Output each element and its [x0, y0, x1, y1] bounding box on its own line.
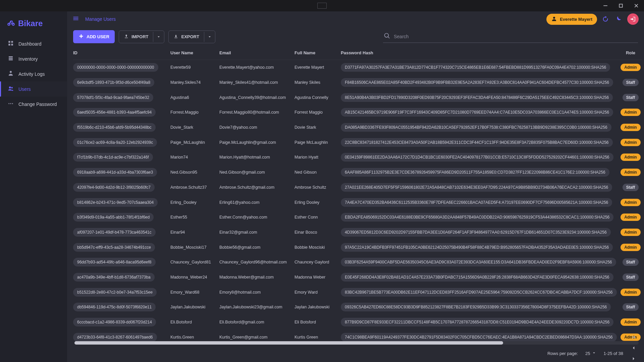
role-badge: Admin: [621, 124, 640, 131]
svg-rect-21: [79, 36, 83, 37]
role-badge: Admin: [621, 154, 640, 161]
table-row[interactable]: 42097fe4-9d00-4d2d-9b12-3f8025b60fc7Ambr…: [73, 180, 642, 195]
search-input[interactable]: [394, 34, 637, 39]
cell-id: 42097fe4-9d00-4d2d-9b12-3f8025b60fc7: [73, 183, 155, 192]
nav-icon: [8, 55, 14, 62]
table-row[interactable]: 6cccbacd-c1a2-4986-8339-dd067f20d214Eli.…: [73, 315, 642, 330]
sidebar-item-users[interactable]: Users: [0, 81, 67, 97]
first-page-button[interactable]: [631, 334, 637, 340]
cell-username: Everette59: [170, 65, 219, 70]
table-row[interactable]: af097207-1e01-49df-b478-773ca463541cEina…: [73, 225, 642, 240]
table-row[interactable]: f5519b6c-d210-45b6-afd9-5b95d44348bcDovi…: [73, 120, 642, 135]
chevron-down-icon: [592, 351, 596, 356]
col-id[interactable]: ID: [73, 50, 170, 55]
sidebar-item-dashboard[interactable]: Dashboard: [0, 36, 67, 51]
next-page-button[interactable]: [631, 356, 637, 362]
cell-id: b3f349d9-019a-4a55-abb1-78f14f1bf6ed: [73, 213, 154, 222]
table-row[interactable]: bb5d947c-eff9-43c5-aa28-34674b491cceBobb…: [73, 240, 642, 255]
sidebar-item-change-password[interactable]: Change Password: [0, 97, 67, 112]
svg-point-14: [10, 103, 11, 104]
cell-fullname: Erling Dooley: [294, 200, 341, 205]
sidebar: Bikare DashboardInventoryActivity LogsUs…: [0, 11, 67, 362]
table-row[interactable]: 00000000-0000-0000-0000-000000000000Ever…: [73, 60, 642, 75]
svg-rect-9: [11, 44, 13, 46]
window-maximize-button[interactable]: [613, 0, 629, 11]
col-role[interactable]: Role: [619, 50, 642, 55]
add-user-button[interactable]: ADD USER: [73, 30, 115, 43]
cell-hash: 4D39067ED5812D3C6ED9202D97155FBB7DA3EE1D…: [341, 228, 611, 237]
svg-rect-8: [8, 44, 10, 46]
window-close-button[interactable]: [629, 0, 644, 11]
refresh-button[interactable]: [602, 15, 610, 23]
window-minimize-button[interactable]: [598, 0, 613, 11]
sidebar-item-activity-logs[interactable]: Activity Logs: [0, 66, 67, 81]
table-row[interactable]: d4723b33-64f8-41c3-8267-6061497baed6Kurt…: [73, 329, 642, 341]
table-header: ID User Name Email Full Name Password Ha…: [73, 46, 642, 60]
role-badge: Admin: [621, 139, 640, 146]
cell-hash: 0E04159F89861EE2DA3AA6A172C7D1D4CB1BC1E6…: [341, 153, 613, 162]
cell-username: Forrest.Maggio: [170, 110, 219, 115]
scrollbar-thumb[interactable]: [74, 341, 503, 345]
brand[interactable]: Bikare: [0, 11, 67, 36]
col-fullname[interactable]: Full Name: [294, 50, 341, 55]
window-titlebar: [0, 0, 644, 11]
table-row[interactable]: b51522d8-2e80-47c2-b0e7-34a7f53c15eeEmor…: [73, 285, 642, 300]
cell-fullname: Chauncey Gaylord: [294, 260, 341, 264]
cell-fullname: Madonna Weber: [294, 275, 341, 280]
cell-id: 57078df1-5f3c-4fad-9cad-9faea745be32: [73, 93, 153, 102]
current-user-chip[interactable]: Everette Mayert: [546, 14, 597, 25]
import-dropdown[interactable]: [153, 32, 164, 42]
cell-fullname: Ned Gibson: [294, 170, 341, 175]
svg-point-13: [8, 103, 9, 104]
role-badge: Admin: [621, 318, 640, 326]
table-row[interactable]: db594846-119d-475c-8d0f-5073f6820e11Jayl…: [73, 300, 642, 315]
cell-email: Kurtis_Green@gmail.com: [219, 335, 294, 340]
cell-email: Jaylan.Jakubowski23@gmail.com: [219, 305, 294, 309]
cell-id: ac470a9b-349e-4bff-b1d8-6736af7373ba: [73, 273, 155, 282]
table-row[interactable]: b3f349d9-019a-4a55-abb1-78f14f1bf6edEsth…: [73, 210, 642, 225]
search-field[interactable]: [383, 31, 638, 43]
cell-fullname: Esther Conn: [294, 215, 341, 220]
table-row[interactable]: 6aed5035-456e-4881-b393-4aa4f5aefc94Forr…: [73, 105, 642, 120]
col-hash[interactable]: Password Hash: [341, 50, 619, 55]
col-email[interactable]: Email: [219, 50, 294, 55]
cell-hash: 8E51A90B4A3B03FBD2FD17890D3208F0ED93B75F…: [341, 93, 613, 102]
cell-hash: E0E45F268DD4A3E8F02BA81AD1C4A57E233A73B0…: [341, 273, 613, 282]
logout-button[interactable]: [627, 13, 639, 25]
table-row[interactable]: 57078df1-5f3c-4fad-9cad-9faea745be32Agus…: [73, 90, 642, 105]
table-row[interactable]: 6918aab9-a698-441d-a33d-4ba7303f6ae3Ned.…: [73, 165, 642, 180]
cell-id: b814862e-b243-471c-9ed5-707c5aaea304: [73, 198, 158, 207]
table-row[interactable]: 01c76ce2-ac69-4c8a-9a20-12eb2924939cPaig…: [73, 135, 642, 150]
nav-icon: [8, 101, 14, 108]
table-row[interactable]: b814862e-b243-471c-9ed5-707c5aaea304Erli…: [73, 195, 642, 210]
rows-per-page-value: 25: [585, 351, 590, 356]
export-button[interactable]: EXPORT: [168, 31, 215, 43]
table-row[interactable]: 6e9cbdf5-1893-471b-9f3d-d6ce504f49a8Manl…: [73, 75, 642, 90]
cell-fullname: Emory Ward: [294, 290, 341, 295]
cell-username: Chauncey_Gaylord81: [170, 260, 219, 264]
hamburger-icon[interactable]: [72, 15, 79, 23]
col-username[interactable]: User Name: [170, 50, 219, 55]
dark-mode-toggle[interactable]: [614, 15, 623, 23]
import-button[interactable]: IMPORT: [119, 31, 165, 43]
rows-per-page-select[interactable]: 25: [585, 351, 596, 356]
cell-email: Eli.Botsford@gmail.com: [219, 320, 294, 324]
cell-hash: F84B16506CAAE865E02A85F40BD2F493482B0F9B…: [341, 78, 613, 87]
table-row[interactable]: ac470a9b-349e-4bff-b1d8-6736af7373baMado…: [73, 270, 642, 285]
role-badge: Staff: [623, 258, 639, 266]
prev-page-button[interactable]: [631, 345, 637, 351]
export-dropdown[interactable]: [204, 32, 215, 42]
cell-id: f7cf1b9b-07db-4c1d-ac9e-c7bf322a146f: [73, 153, 153, 162]
cell-username: Dovie_Stark: [170, 125, 219, 130]
upload-icon: [124, 34, 129, 40]
table-row[interactable]: f7cf1b9b-07db-4c1d-ac9e-c7bf322a146fMari…: [73, 150, 642, 165]
table-row[interactable]: 96dd7b93-ad54-49fc-a646-8aca95d6eef8Chau…: [73, 255, 642, 270]
cell-hash: 7A4EA7C470ED352BA6436C6112535B3360E78F7D…: [341, 198, 612, 207]
role-badge: Staff: [623, 303, 639, 311]
cell-email: Paige.McLaughlin@gmail.com: [219, 140, 294, 145]
role-badge: Admin: [621, 169, 640, 176]
horizontal-scrollbar[interactable]: [74, 341, 639, 345]
sidebar-item-inventory[interactable]: Inventory: [0, 51, 67, 66]
cell-username: Ned.Gibson95: [170, 170, 219, 175]
role-badge: Admin: [621, 214, 640, 221]
